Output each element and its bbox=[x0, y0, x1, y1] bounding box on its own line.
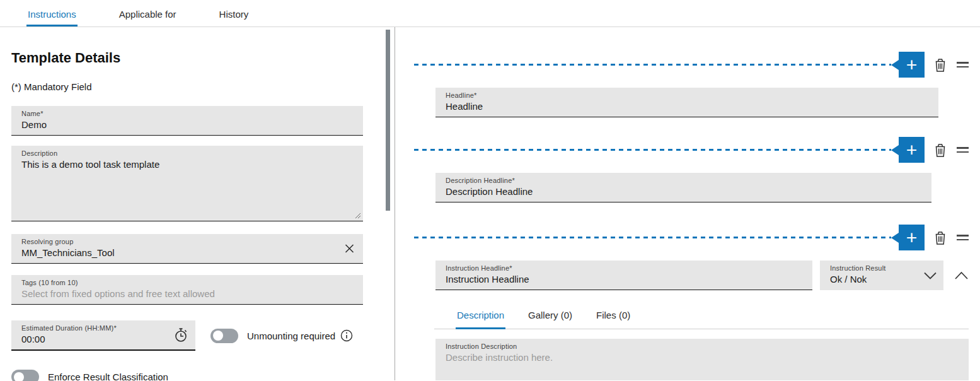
resolving-group-field[interactable]: Resolving group MM_Technicians_Tool bbox=[11, 234, 363, 264]
unmounting-toggle-row: Unmounting required bbox=[210, 329, 353, 343]
delete-block-button[interactable] bbox=[934, 143, 947, 158]
enforce-result-label: Enforce Result Classification bbox=[48, 372, 168, 381]
tab-instructions[interactable]: Instructions bbox=[26, 3, 78, 26]
instruction-description-field[interactable]: Instruction Description Describe instruc… bbox=[435, 339, 969, 380]
collapse-instruction-button[interactable] bbox=[954, 271, 969, 280]
estimated-duration-label: Estimated Duration (HH:MM)* bbox=[21, 324, 185, 332]
estimated-duration-field[interactable]: Estimated Duration (HH:MM)* 00:00 bbox=[11, 320, 195, 351]
drag-handle-icon[interactable] bbox=[957, 232, 969, 243]
name-field[interactable]: Name* Demo bbox=[11, 106, 363, 136]
instruction-headline-label: Instruction Headline* bbox=[446, 264, 802, 272]
tab-description[interactable]: Description bbox=[456, 310, 505, 329]
duration-row: Estimated Duration (HH:MM)* 00:00 Unmoun… bbox=[11, 320, 363, 351]
insert-divider-row: + bbox=[414, 52, 969, 78]
description-field[interactable]: Description This is a demo tool task tem… bbox=[11, 146, 363, 221]
estimated-duration-value: 00:00 bbox=[21, 334, 185, 344]
headline-field[interactable]: Headline* Headline bbox=[435, 88, 938, 117]
enforce-toggle-row: Enforce Result Classification bbox=[11, 370, 363, 381]
tags-label: Tags (10 from 10) bbox=[21, 279, 353, 286]
insert-dashed-line bbox=[414, 237, 891, 238]
insert-dashed-line bbox=[414, 64, 891, 66]
description-label: Description bbox=[21, 149, 353, 157]
add-block-button[interactable]: + bbox=[899, 52, 925, 78]
main-split: Template Details (*) Mandatory Field Nam… bbox=[0, 27, 980, 380]
headline-value: Headline bbox=[446, 101, 928, 112]
tags-placeholder: Select from fixed options and free text … bbox=[21, 288, 353, 299]
clear-icon[interactable] bbox=[345, 244, 354, 254]
insert-arrow-icon bbox=[891, 233, 899, 243]
instruction-description-label: Instruction Description bbox=[446, 343, 959, 350]
add-block-button[interactable]: + bbox=[899, 137, 925, 163]
description-headline-value: Description Headline bbox=[446, 186, 921, 197]
name-label: Name* bbox=[21, 110, 353, 117]
drag-handle-icon[interactable] bbox=[957, 59, 969, 70]
top-tab-bar: Instructions Applicable for History bbox=[0, 0, 980, 27]
instruction-result-value: Ok / Nok bbox=[830, 274, 921, 284]
insert-arrow-icon bbox=[891, 145, 899, 155]
unmounting-label: Unmounting required bbox=[247, 331, 335, 341]
timer-icon[interactable] bbox=[174, 327, 188, 343]
resize-grip-icon[interactable] bbox=[354, 212, 360, 218]
instruction-headline-field[interactable]: Instruction Headline* Instruction Headli… bbox=[435, 261, 812, 290]
drag-handle-icon[interactable] bbox=[957, 144, 969, 155]
description-headline-field[interactable]: Description Headline* Description Headli… bbox=[435, 173, 931, 202]
delete-block-button[interactable] bbox=[934, 230, 947, 245]
instruction-result-label: Instruction Result bbox=[830, 264, 921, 272]
headline-label: Headline* bbox=[446, 91, 928, 99]
tab-gallery[interactable]: Gallery (0) bbox=[527, 310, 574, 329]
info-icon[interactable] bbox=[340, 329, 353, 342]
tags-field[interactable]: Tags (10 from 10) Select from fixed opti… bbox=[11, 275, 363, 305]
delete-block-button[interactable] bbox=[934, 57, 947, 73]
instruction-description-placeholder: Describe instruction here. bbox=[446, 352, 959, 363]
name-value: Demo bbox=[21, 119, 353, 130]
insert-divider-row: + bbox=[414, 137, 969, 163]
template-details-panel: Template Details (*) Mandatory Field Nam… bbox=[0, 27, 395, 380]
enforce-result-toggle[interactable] bbox=[11, 370, 39, 381]
vertical-scrollbar[interactable] bbox=[386, 30, 390, 211]
mandatory-field-note: (*) Mandatory Field bbox=[11, 81, 363, 92]
tab-history[interactable]: History bbox=[218, 3, 250, 26]
insert-arrow-icon bbox=[891, 60, 899, 70]
instruction-header-row: Instruction Headline* Instruction Headli… bbox=[435, 261, 969, 290]
description-value: This is a demo tool task template bbox=[21, 159, 353, 170]
page-title: Template Details bbox=[11, 50, 363, 66]
unmounting-toggle[interactable] bbox=[210, 329, 238, 343]
description-headline-label: Description Headline* bbox=[446, 177, 921, 184]
insert-dashed-line bbox=[414, 149, 891, 151]
instruction-headline-value: Instruction Headline bbox=[446, 274, 802, 284]
instruction-tab-bar: Description Gallery (0) Files (0) bbox=[434, 310, 969, 329]
insert-divider-row: + bbox=[414, 225, 969, 250]
instructions-editor-panel: + Headline* Headline + bbox=[395, 27, 980, 380]
add-block-button[interactable]: + bbox=[899, 225, 925, 250]
tab-applicable-for[interactable]: Applicable for bbox=[118, 3, 178, 26]
instruction-result-select[interactable]: Instruction Result Ok / Nok bbox=[820, 261, 943, 290]
resolving-group-value: MM_Technicians_Tool bbox=[21, 247, 353, 258]
chevron-down-icon bbox=[923, 271, 937, 279]
resolving-group-label: Resolving group bbox=[21, 238, 353, 245]
tab-files[interactable]: Files (0) bbox=[595, 310, 631, 329]
